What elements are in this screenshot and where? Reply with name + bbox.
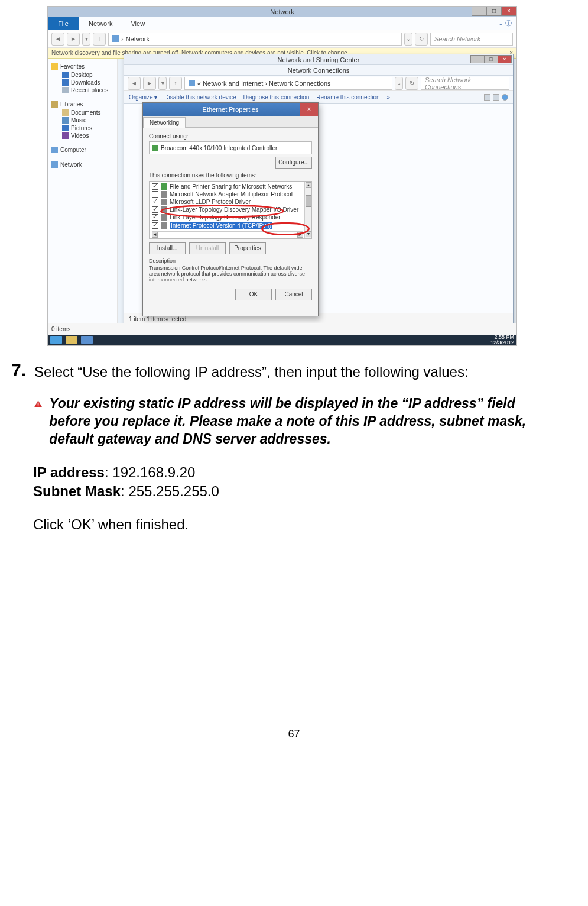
libraries-header[interactable]: Libraries	[51, 100, 113, 109]
component-icon	[161, 199, 167, 205]
description-box: Description Transmission Control Protoco…	[149, 258, 312, 283]
sidebar-item-desktop[interactable]: Desktop	[51, 71, 113, 79]
organize-button[interactable]: Organize ▾	[129, 94, 157, 101]
up-button[interactable]: ↑	[93, 33, 106, 46]
component-icon	[161, 183, 167, 190]
vertical-scrollbar[interactable]: ▲▼	[304, 182, 311, 238]
checkbox-icon[interactable]	[152, 199, 158, 205]
tab-view[interactable]: View	[122, 17, 153, 30]
eth-tab-networking[interactable]: Networking	[143, 117, 186, 128]
item-file-printer[interactable]: File and Printer Sharing for Microsoft N…	[152, 183, 303, 190]
documents-icon	[62, 109, 69, 116]
rename-button[interactable]: Rename this connection	[316, 94, 379, 101]
system-clock[interactable]: 2:55 PM 12/3/2012	[490, 335, 514, 345]
eth-titlebar: Ethernet Properties ×	[143, 103, 318, 116]
checkbox-icon[interactable]	[152, 214, 158, 221]
tab-network[interactable]: Network	[80, 17, 121, 30]
nsc-minimize[interactable]: _	[470, 55, 485, 63]
screenshot: Network _ □ × File Network View ⌄ ⓘ ◄ ► …	[47, 6, 517, 346]
nsc-back[interactable]: ◄	[128, 77, 141, 90]
sidebar-item-documents[interactable]: Documents	[51, 109, 113, 117]
checkbox-icon[interactable]	[152, 183, 158, 190]
checkbox-icon[interactable]	[152, 191, 158, 198]
disable-device-button[interactable]: Disable this network device	[164, 94, 236, 101]
preview-icon[interactable]	[493, 94, 499, 101]
dropdown-button[interactable]: ⌄	[404, 33, 412, 46]
close-button[interactable]: ×	[501, 7, 516, 16]
checkbox-icon[interactable]	[152, 206, 158, 213]
back-button[interactable]: ◄	[51, 33, 64, 46]
star-icon	[51, 63, 58, 70]
diagnose-button[interactable]: Diagnose this connection	[243, 94, 310, 101]
horizontal-scrollbar[interactable]: ◄►	[152, 231, 303, 237]
computer-header[interactable]: Computer	[51, 145, 113, 154]
svg-rect-2	[38, 405, 39, 406]
eth-body: Connect using: Broadcom 440x 10/100 Inte…	[143, 128, 318, 304]
configure-button[interactable]: Configure...	[275, 157, 312, 169]
ie-icon[interactable]	[50, 336, 62, 344]
forward-button[interactable]: ►	[67, 33, 80, 46]
svg-rect-1	[38, 403, 39, 405]
step-text: Select “Use the following IP address”, t…	[34, 363, 576, 381]
step-7: 7. Select “Use the following IP address”…	[6, 363, 576, 381]
network-header[interactable]: Network	[51, 160, 113, 169]
nsc-up[interactable]: ↑	[169, 77, 182, 90]
network-tree-icon	[51, 161, 58, 168]
checkbox-icon[interactable]	[152, 222, 158, 229]
minimize-button[interactable]: _	[472, 7, 487, 16]
nsc-search[interactable]: Search Network Connections	[421, 77, 509, 90]
items-listbox[interactable]: File and Printer Sharing for Microsoft N…	[149, 181, 312, 239]
sidebar-item-videos[interactable]: Videos	[51, 132, 113, 140]
maximize-button[interactable]: □	[486, 7, 502, 16]
nsc-history[interactable]: ▾	[158, 77, 167, 90]
sidebar-item-downloads[interactable]: Downloads	[51, 79, 113, 86]
item-lldp[interactable]: Microsoft LLDP Protocol Driver	[152, 198, 303, 206]
item-lltd-mapper[interactable]: Link-Layer Topology Discovery Mapper I/O…	[152, 206, 303, 213]
explorer-task-icon[interactable]	[66, 336, 77, 344]
ip-values: IP address: 192.168.9.20 Subnet Mask: 25…	[33, 463, 555, 501]
properties-button[interactable]: Properties	[229, 242, 266, 254]
adapter-icon	[152, 145, 158, 151]
address-text: Network	[126, 35, 150, 43]
overflow-button[interactable]: »	[387, 94, 391, 101]
cancel-button[interactable]: Cancel	[275, 289, 312, 300]
view-icon[interactable]	[484, 94, 490, 101]
ethernet-properties-dialog: Ethernet Properties × Networking Connect…	[142, 102, 319, 316]
item-ipv4[interactable]: Internet Protocol Version 4 (TCP/IPv4)	[152, 221, 303, 230]
nsc-forward[interactable]: ►	[143, 77, 156, 90]
uninstall-button[interactable]: Uninstall	[189, 242, 226, 254]
warning-text: Your existing static IP address will be …	[49, 394, 555, 448]
task-icon[interactable]	[81, 336, 93, 344]
sidebar-item-recent[interactable]: Recent places	[51, 86, 113, 94]
search-input[interactable]: Search Network	[430, 33, 513, 46]
sidebar-item-pictures[interactable]: Pictures	[51, 124, 113, 132]
help-icon[interactable]: ⌄ ⓘ	[498, 17, 516, 28]
items-label: This connection uses the following items…	[149, 169, 312, 179]
nsc-refresh[interactable]: ↻	[405, 77, 418, 90]
favorites-header[interactable]: Favorites	[51, 62, 113, 71]
eth-close-button[interactable]: ×	[300, 103, 318, 116]
explorer-status-bar: 0 items	[48, 323, 516, 335]
page-number: 67	[0, 728, 588, 740]
sidebar-item-music[interactable]: Music	[51, 117, 113, 124]
ok-button[interactable]: OK	[235, 289, 272, 300]
connect-using-label: Connect using:	[149, 133, 312, 140]
address-field[interactable]: › Network	[108, 33, 402, 46]
help-round-icon[interactable]	[502, 94, 508, 101]
pictures-icon	[62, 125, 69, 131]
item-lltd-responder[interactable]: Link-Layer Topology Discovery Responder	[152, 213, 303, 221]
history-button[interactable]: ▾	[82, 33, 90, 46]
explorer-titlebar: Network _ □ ×	[48, 7, 516, 17]
taskbar: 2:55 PM 12/3/2012	[48, 335, 516, 345]
nsc-address-field[interactable]: « Network and Internet › Network Connect…	[184, 77, 392, 90]
refresh-button[interactable]: ↻	[415, 33, 428, 46]
step-number: 7.	[6, 360, 26, 380]
subnet-mask-line: Subnet Mask: 255.255.255.0	[33, 482, 555, 501]
nsc-close[interactable]: ×	[498, 55, 512, 63]
file-tab[interactable]: File	[48, 17, 79, 30]
explorer-title: Network	[270, 8, 294, 15]
nsc-maximize[interactable]: □	[484, 55, 498, 63]
nsc-dropdown[interactable]: ⌄	[395, 77, 403, 90]
install-button[interactable]: Install...	[149, 242, 186, 254]
item-multiplexor[interactable]: Microsoft Network Adapter Multiplexor Pr…	[152, 190, 303, 198]
